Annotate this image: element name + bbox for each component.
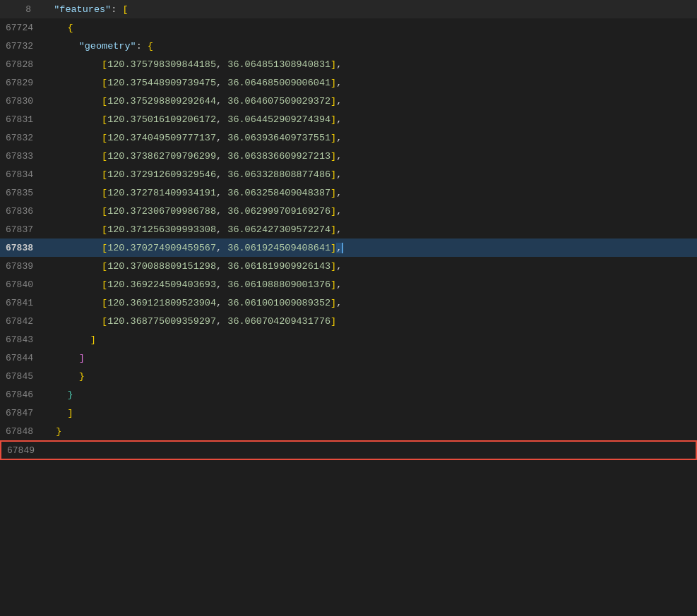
line-content-67829: [120.375448909739475, 36.064685009006041…: [44, 78, 342, 88]
code-line-67724[interactable]: 67724 {: [0, 18, 697, 37]
line-content-67846: }: [44, 389, 73, 400]
code-area[interactable]: 8 "features": [ 67724 { 67732 "geometry"…: [0, 0, 697, 616]
line-content-67836: [120.372306709986788, 36.062999709169276…: [44, 206, 342, 217]
line-num-8: 8: [0, 4, 42, 15]
code-line-67838[interactable]: 67838 [120.370274909459567, 36.061924509…: [0, 238, 697, 257]
code-line-67849[interactable]: 67849: [0, 440, 697, 460]
line-content-67847: ]: [44, 408, 73, 418]
code-line-8[interactable]: 8 "features": [: [0, 0, 697, 18]
code-line-67844[interactable]: 67844 ]: [0, 349, 697, 367]
code-line-67842[interactable]: 67842 [120.368775009359297, 36.060704209…: [0, 312, 697, 330]
code-line-67833[interactable]: 67833 [120.373862709796299, 36.063836609…: [0, 147, 697, 165]
line-content-67724: {: [44, 23, 73, 33]
line-num-67843: 67843: [0, 334, 44, 345]
code-line-67732[interactable]: 67732 "geometry": {: [0, 37, 697, 55]
line-content-67828: [120.375798309844185, 36.064851308940831…: [44, 59, 342, 70]
line-content-67837: [120.371256309993308, 36.062427309572274…: [44, 224, 342, 235]
line-num-67831: 67831: [0, 114, 44, 125]
line-content-67844: ]: [44, 353, 85, 363]
line-content-67839: [120.370088809151298, 36.061819909926143…: [44, 261, 342, 272]
code-line-67837[interactable]: 67837 [120.371256309993308, 36.062427309…: [0, 220, 697, 238]
code-line-67845[interactable]: 67845 }: [0, 367, 697, 385]
line-num-67848: 67848: [0, 426, 44, 437]
line-num-67833: 67833: [0, 151, 44, 162]
line-content-67835: [120.372781409934191, 36.063258409048387…: [44, 188, 342, 198]
line-content-67834: [120.372912609329546, 36.063328808877486…: [44, 169, 342, 180]
code-line-67843[interactable]: 67843 ]: [0, 330, 697, 349]
line-content-67842: [120.368775009359297, 36.060704209431776…: [44, 316, 336, 327]
line-content-67831: [120.375016109206172, 36.064452909274394…: [44, 114, 342, 125]
code-line-67840[interactable]: 67840 [120.369224509403693, 36.061088809…: [0, 275, 697, 294]
line-content-67843: ]: [44, 334, 96, 345]
code-line-67848[interactable]: 67848 }: [0, 422, 697, 440]
line-num-67837: 67837: [0, 224, 44, 235]
code-line-67829[interactable]: 67829 [120.375448909739475, 36.064685009…: [0, 73, 697, 92]
line-num-67847: 67847: [0, 408, 44, 418]
line-num-67842: 67842: [0, 316, 44, 327]
code-line-67836[interactable]: 67836 [120.372306709986788, 36.062999709…: [0, 202, 697, 220]
line-num-67840: 67840: [0, 279, 44, 290]
line-num-67836: 67836: [0, 206, 44, 217]
line-content-67838: [120.370274909459567, 36.061924509408641…: [44, 243, 343, 253]
line-num-67845: 67845: [0, 371, 44, 382]
line-num-67830: 67830: [0, 96, 44, 107]
line-num-67844: 67844: [0, 353, 44, 363]
code-line-67839[interactable]: 67839 [120.370088809151298, 36.061819909…: [0, 257, 697, 275]
code-line-67841[interactable]: 67841 [120.369121809523904, 36.061001009…: [0, 294, 697, 312]
line-num-67834: 67834: [0, 169, 44, 180]
line-num-67849: 67849: [1, 445, 46, 456]
line-num-67732: 67732: [0, 41, 44, 52]
line-num-67839: 67839: [0, 261, 44, 272]
line-content-67832: [120.374049509777137, 36.063936409737551…: [44, 133, 342, 143]
code-line-67828[interactable]: 67828 [120.375798309844185, 36.064851308…: [0, 55, 697, 73]
code-line-67847[interactable]: 67847 ]: [0, 404, 697, 422]
line-content-67833: [120.373862709796299, 36.063836609927213…: [44, 151, 342, 162]
line-content-67841: [120.369121809523904, 36.061001009089352…: [44, 298, 342, 308]
line-num-67828: 67828: [0, 59, 44, 70]
code-line-67832[interactable]: 67832 [120.374049509777137, 36.063936409…: [0, 128, 697, 147]
line-content-8: "features": [: [42, 4, 129, 15]
line-num-67724: 67724: [0, 23, 44, 33]
line-num-67841: 67841: [0, 298, 44, 308]
line-content-67840: [120.369224509403693, 36.061088809001376…: [44, 279, 342, 290]
code-line-67831[interactable]: 67831 [120.375016109206172, 36.064452909…: [0, 110, 697, 128]
line-content-67845: }: [44, 371, 85, 382]
code-line-67834[interactable]: 67834 [120.372912609329546, 36.063328808…: [0, 165, 697, 183]
line-num-67829: 67829: [0, 78, 44, 88]
code-line-67835[interactable]: 67835 [120.372781409934191, 36.063258409…: [0, 183, 697, 202]
code-line-67830[interactable]: 67830 [120.375298809292644, 36.064607509…: [0, 92, 697, 110]
editor-container: 8 "features": [ 67724 { 67732 "geometry"…: [0, 0, 697, 616]
line-content-67830: [120.375298809292644, 36.064607509029372…: [44, 96, 342, 107]
line-num-67838: 67838: [0, 243, 44, 253]
line-num-67832: 67832: [0, 133, 44, 143]
line-content-67848: }: [44, 426, 61, 437]
line-num-67846: 67846: [0, 389, 44, 400]
line-content-67732: "geometry": {: [44, 41, 153, 52]
code-line-67846[interactable]: 67846 }: [0, 385, 697, 404]
line-num-67835: 67835: [0, 188, 44, 198]
